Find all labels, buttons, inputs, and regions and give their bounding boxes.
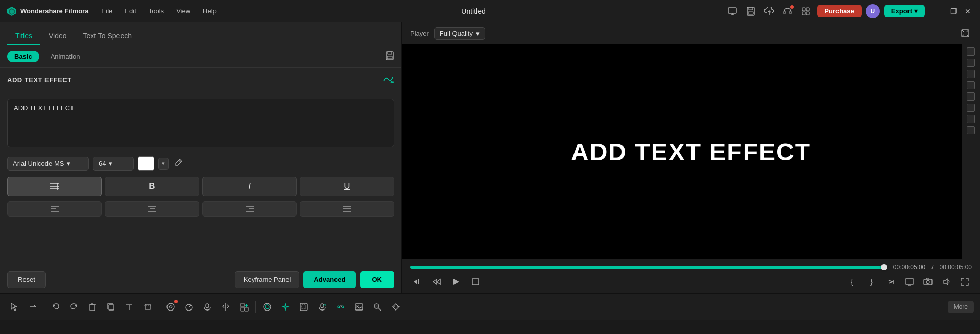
headset-icon[interactable] (780, 4, 795, 18)
color-dropdown-arrow[interactable]: ▾ (158, 158, 169, 170)
align-center-button[interactable] (105, 201, 199, 217)
player-expand-icon[interactable] (959, 27, 972, 40)
svg-rect-13 (806, 8, 809, 11)
out-point-button[interactable]: } (866, 275, 880, 289)
bottom-right-buttons: Keyframe Panel Advanced OK (235, 271, 394, 288)
toolbar-effects[interactable] (162, 299, 179, 315)
toolbar-speed[interactable] (181, 299, 197, 315)
reset-button[interactable]: Reset (7, 271, 46, 288)
bold-button[interactable]: B (105, 177, 199, 196)
underline-button[interactable]: U (300, 177, 394, 196)
player-right-icons (959, 27, 972, 40)
toolbar-redo[interactable] (66, 299, 82, 315)
tab-titles[interactable]: Titles (7, 28, 40, 45)
align-right-button[interactable] (202, 201, 297, 217)
titlebar-right: Purchase U Export ▾ — ❐ ✕ (725, 4, 974, 18)
font-family-select[interactable]: Arial Unicode MS ▾ (7, 157, 89, 171)
minimize-button[interactable]: — (933, 5, 945, 17)
tab-text-to-speech[interactable]: Text To Speech (75, 28, 140, 45)
strip-checkbox-5[interactable] (967, 92, 975, 101)
stop-button[interactable] (468, 275, 483, 289)
advanced-button[interactable]: Advanced (303, 271, 355, 288)
arrow-right-icon[interactable] (884, 275, 898, 289)
menu-file[interactable]: File (97, 5, 117, 17)
svg-text:AI: AI (390, 80, 394, 84)
more-button[interactable]: More (948, 301, 974, 313)
toolbar-image[interactable] (351, 299, 367, 315)
sub-tab-basic[interactable]: Basic (7, 51, 39, 62)
volume-icon[interactable] (939, 275, 953, 289)
toolbar-audio[interactable] (199, 299, 216, 315)
strip-checkbox-2[interactable] (967, 59, 975, 67)
style-buttons-row: B I U (0, 174, 401, 199)
purchase-button[interactable]: Purchase (817, 5, 862, 17)
strip-checkbox-4[interactable] (967, 81, 975, 89)
panel-bottom: Reset Keyframe Panel Advanced OK (0, 266, 401, 293)
save-icon[interactable] (744, 4, 758, 18)
display-icon[interactable] (902, 275, 917, 289)
eyedropper-button[interactable] (173, 156, 185, 171)
toolbar-copy[interactable] (103, 299, 119, 315)
maximize-button[interactable]: ❐ (947, 5, 960, 17)
strip-checkbox-8[interactable] (967, 126, 975, 134)
ok-button[interactable]: OK (360, 271, 395, 288)
italic-button[interactable]: I (202, 177, 297, 196)
ai-icon[interactable]: AI (382, 74, 394, 86)
quality-select[interactable]: Full Quality ▾ (434, 27, 485, 40)
toolbar-crop[interactable] (139, 299, 156, 315)
toolbar-arrow-tool[interactable] (25, 299, 41, 315)
toolbar-undo[interactable] (47, 299, 64, 315)
save-preset-icon[interactable] (385, 51, 394, 62)
strip-checkbox-7[interactable] (967, 115, 975, 123)
camera-icon[interactable] (921, 275, 935, 289)
step-back-button[interactable] (410, 275, 424, 289)
menu-help[interactable]: Help (198, 5, 222, 17)
grid-icon[interactable] (799, 4, 813, 18)
strip-checkbox-3[interactable] (967, 70, 975, 78)
text-effect-input[interactable]: ADD TEXT EFFECT (8, 99, 394, 145)
svg-rect-15 (806, 12, 809, 15)
left-panel: Titles Video Text To Speech Basic Animat… (0, 22, 402, 293)
font-style-adjust-button[interactable] (7, 177, 102, 196)
toolbar-keyframe[interactable] (388, 299, 404, 315)
strip-checkbox-1[interactable] (967, 47, 975, 56)
toolbar-transition[interactable] (259, 299, 275, 315)
strip-checkbox-6[interactable] (967, 104, 975, 112)
menu-view[interactable]: View (171, 5, 196, 17)
toolbar-mask[interactable] (296, 299, 312, 315)
sub-tab-animation[interactable]: Animation (43, 51, 87, 62)
toolbar-ai-audio[interactable]: AI (314, 299, 330, 315)
screen-icon[interactable] (725, 4, 739, 18)
keyframe-panel-button[interactable]: Keyframe Panel (235, 271, 300, 288)
rewind-button[interactable] (429, 275, 444, 289)
color-swatch[interactable] (138, 156, 154, 171)
in-point-button[interactable]: { (847, 275, 862, 289)
menu-tools[interactable]: Tools (144, 5, 169, 17)
toolbar-text[interactable] (121, 299, 137, 315)
expand-icon[interactable] (958, 275, 972, 289)
toolbar-delete[interactable] (84, 299, 101, 315)
toolbar-select-tool[interactable] (6, 299, 22, 315)
svg-rect-58 (145, 304, 150, 309)
svg-line-83 (378, 308, 381, 311)
font-size-select[interactable]: 64 ▾ (93, 157, 134, 171)
tab-video[interactable]: Video (40, 28, 75, 45)
control-buttons-right: { } (847, 275, 972, 289)
toolbar-more[interactable] (236, 299, 252, 315)
toolbar-split[interactable] (218, 299, 234, 315)
align-left-button[interactable] (7, 201, 102, 217)
progress-thumb[interactable] (881, 264, 887, 270)
align-justify-button[interactable] (300, 201, 394, 217)
progress-bar[interactable] (410, 266, 887, 269)
toolbar-zoom[interactable] (369, 299, 386, 315)
svg-rect-43 (472, 279, 479, 285)
toolbar-motion[interactable] (332, 299, 349, 315)
play-button[interactable] (449, 275, 463, 289)
close-button[interactable]: ✕ (962, 5, 974, 17)
export-button[interactable]: Export ▾ (884, 5, 925, 17)
toolbar-sparkle[interactable] (277, 299, 294, 315)
user-avatar[interactable]: U (866, 4, 880, 18)
cloud-upload-icon[interactable] (762, 4, 776, 18)
menu-edit[interactable]: Edit (119, 5, 141, 17)
current-time: 00:00:05:00 (893, 264, 925, 271)
